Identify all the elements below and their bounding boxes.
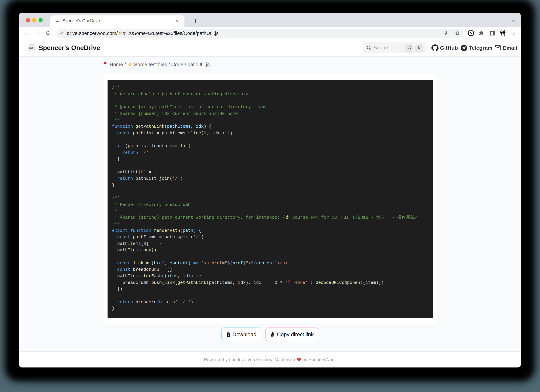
svg-text:N: N (470, 31, 472, 35)
